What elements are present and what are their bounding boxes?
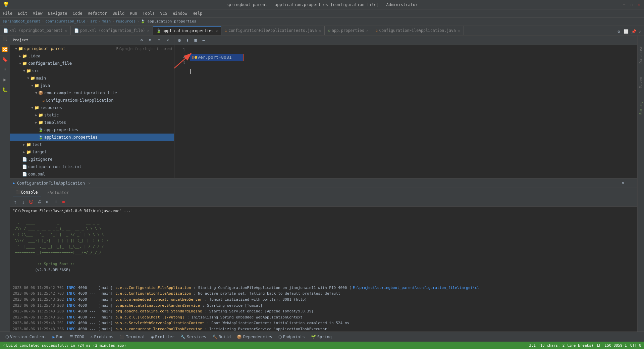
breadcrumb-configfile[interactable]: configuration_file bbox=[45, 19, 85, 23]
run-minimize-btn[interactable]: − bbox=[627, 180, 635, 187]
close-button[interactable]: ✕ bbox=[637, 2, 641, 7]
endpoints-btn[interactable]: ⬡ Endpoints bbox=[276, 333, 308, 341]
menu-code[interactable]: Code bbox=[70, 9, 85, 17]
split-btn[interactable]: ⬜ bbox=[623, 28, 630, 35]
menu-help[interactable]: Help bbox=[190, 9, 205, 17]
tree-collapse-all[interactable]: ⊟ bbox=[155, 37, 163, 44]
tree-item-src[interactable]: ▼ 📁 src bbox=[10, 67, 174, 74]
build-btn[interactable]: 🔨 Build bbox=[210, 333, 233, 341]
breadcrumb-main[interactable]: main bbox=[102, 19, 111, 23]
tab-config-app-java[interactable]: ☕ ConfigurationFileApplication.java ✕ bbox=[372, 26, 464, 35]
tab-app-props[interactable]: ⚙ app.properties ✕ bbox=[325, 26, 372, 35]
tree-item-configfile[interactable]: ▼ 📁 configuration_file bbox=[10, 60, 174, 67]
tree-item-target[interactable]: ▶ 📁 target bbox=[10, 148, 174, 156]
spring-panel-icon[interactable]: Spring bbox=[639, 101, 643, 115]
format-btn[interactable]: ⊞ bbox=[44, 198, 51, 206]
tree-item-idea[interactable]: ▶ 📁 .idea bbox=[10, 52, 174, 60]
menu-tools[interactable]: Tools bbox=[140, 9, 157, 17]
console-output[interactable]: "C:\Program Files\Java\jdk1.8.0_341\bin\… bbox=[10, 207, 637, 332]
pause-btn[interactable]: ⏸ bbox=[52, 198, 59, 206]
profiler-btn[interactable]: ◉ Profiler bbox=[149, 333, 177, 341]
minimize-button[interactable]: ─ bbox=[622, 2, 627, 7]
code-content[interactable]: sver.port=8081 bbox=[188, 45, 637, 178]
menu-run[interactable]: Run bbox=[127, 9, 140, 17]
settings-btn[interactable]: ⚙ bbox=[615, 28, 623, 35]
clear-btn[interactable]: 🚫 bbox=[28, 198, 35, 206]
editor-area[interactable]: 1 2 3 sver.port=8081 bbox=[174, 45, 637, 178]
menu-edit[interactable]: Edit bbox=[15, 9, 30, 17]
spring-btn[interactable]: 🌱 Spring bbox=[308, 333, 334, 341]
tab-close-config[interactable]: ✕ bbox=[458, 29, 460, 33]
bookmarks-icon[interactable]: 🔖 bbox=[0, 55, 10, 64]
tab-console[interactable]: ⬛ Console bbox=[13, 188, 41, 197]
todo-btn[interactable]: ☰ TODO bbox=[67, 333, 87, 341]
scroll-up-btn[interactable]: ↑ bbox=[11, 198, 19, 206]
tree-item-oomxml[interactable]: 📄 oom.xml bbox=[10, 170, 174, 178]
breadcrumb-resources[interactable]: resources bbox=[116, 19, 136, 23]
project-icon[interactable]: ⬛ bbox=[2, 37, 8, 41]
tree-item-test[interactable]: ▶ 📁 test bbox=[10, 141, 174, 148]
tab-pom-xml[interactable]: 📄 pom.xml (configuration_file) ✕ bbox=[71, 26, 153, 35]
menu-navigate[interactable]: Navigate bbox=[45, 9, 70, 17]
tab-xml-springboot[interactable]: 📄 xml (springboot_parent) ✕ bbox=[0, 26, 71, 35]
editor-options-btn[interactable]: ⊞ bbox=[192, 37, 199, 44]
run-icon-side[interactable]: ▶ bbox=[0, 75, 10, 84]
tab-close-pom[interactable]: ✕ bbox=[147, 29, 150, 33]
menu-build[interactable]: Build bbox=[110, 9, 127, 17]
menu-file[interactable]: File bbox=[0, 9, 15, 17]
tree-item-main-class[interactable]: ☕ ConfigurationFileApplication bbox=[10, 97, 174, 104]
breadcrumb-springboot[interactable]: springboot_parent bbox=[3, 19, 41, 23]
print-btn[interactable]: 🖨 bbox=[36, 198, 43, 206]
tree-item-static[interactable]: ▶ 📁 static bbox=[10, 111, 174, 119]
services-btn[interactable]: 🔧 Services bbox=[178, 333, 209, 341]
database-panel-icon[interactable]: Database bbox=[639, 46, 643, 63]
problems-btn[interactable]: ⚠ Problems bbox=[88, 333, 116, 341]
maximize-button[interactable]: □ bbox=[629, 2, 634, 7]
tab-config-tests[interactable]: ☕ ConfigurationFileApplicationTests.java… bbox=[221, 26, 325, 35]
tree-item-application-props[interactable]: 🍃 application.properties bbox=[10, 134, 174, 141]
scroll-down-btn[interactable]: ↓ bbox=[19, 198, 27, 206]
tab-icon: 🍃 bbox=[156, 29, 161, 33]
version-control-btn[interactable]: ⬡ Version Control bbox=[3, 333, 49, 341]
stop-btn[interactable]: ⏹ bbox=[60, 198, 67, 206]
debug-icon[interactable]: 🐛 bbox=[0, 85, 10, 94]
tab-actuator[interactable]: ⚡ Actuator bbox=[44, 188, 72, 197]
tab-close-xml[interactable]: ✕ bbox=[65, 29, 67, 33]
tab-application-props[interactable]: 🍃 application.properties ✕ bbox=[153, 26, 221, 35]
pin-btn[interactable]: 📌 bbox=[630, 29, 638, 34]
tree-close[interactable]: ✕ bbox=[164, 37, 171, 44]
run-btn[interactable]: ▶ Run bbox=[50, 333, 66, 341]
run-config-close[interactable]: ✕ bbox=[88, 181, 91, 186]
terminal-btn[interactable]: ⬛ Terminal bbox=[117, 333, 148, 341]
tab-close-app[interactable]: ✕ bbox=[366, 29, 369, 33]
breakpoint-dot[interactable] bbox=[195, 56, 197, 59]
commit-icon[interactable]: 🔀 bbox=[0, 45, 10, 54]
tree-item-main[interactable]: ▼ 📁 main bbox=[10, 74, 174, 82]
tree-item-java[interactable]: ▼ 📁 java bbox=[10, 82, 174, 89]
tab-close-appprops[interactable]: ✕ bbox=[216, 29, 218, 33]
tree-item-appprops[interactable]: 🍃 app.properties bbox=[10, 126, 174, 134]
tree-item-package[interactable]: ▼ 📦 com.example.configuration_file bbox=[10, 89, 174, 97]
breadcrumb-appprops[interactable]: 🍃 application.properties bbox=[141, 19, 196, 23]
menu-window[interactable]: Window bbox=[170, 9, 190, 17]
maven-panel-icon[interactable]: Maven bbox=[639, 77, 643, 88]
dependencies-btn[interactable]: 📦 Dependencies bbox=[234, 333, 275, 341]
tree-item-iml[interactable]: 📄 configuration_file.iml bbox=[10, 163, 174, 170]
tree-expand-all[interactable]: ⊞ bbox=[147, 37, 154, 44]
menu-refactor[interactable]: Refactor bbox=[85, 9, 110, 17]
tree-item-root[interactable]: ▼ 📁 springboot_parent E:\project\springb… bbox=[10, 45, 174, 52]
breadcrumb-src[interactable]: src bbox=[90, 19, 97, 23]
editor-settings-btn[interactable]: ⚙ bbox=[176, 37, 183, 44]
tree-item-resources[interactable]: ▼ 📁 resources bbox=[10, 104, 174, 111]
run-settings-btn[interactable]: ⚙ bbox=[619, 180, 627, 187]
tree-item-templates[interactable]: ▶ 📁 templates bbox=[10, 119, 174, 126]
checkmark-btn[interactable]: ✓ bbox=[638, 29, 643, 34]
editor-collapse-btn[interactable]: − bbox=[200, 37, 207, 44]
menu-vcs[interactable]: VCS bbox=[157, 9, 170, 17]
tab-close-tests[interactable]: ✕ bbox=[319, 29, 321, 33]
editor-sort-btn[interactable]: ⬆ bbox=[184, 37, 191, 44]
structure-icon[interactable]: ≡ bbox=[0, 65, 10, 74]
menu-view[interactable]: View bbox=[30, 9, 45, 17]
tree-settings[interactable]: ⚙ bbox=[138, 37, 145, 44]
tree-item-gitignore[interactable]: 📄 .gitignore bbox=[10, 156, 174, 163]
